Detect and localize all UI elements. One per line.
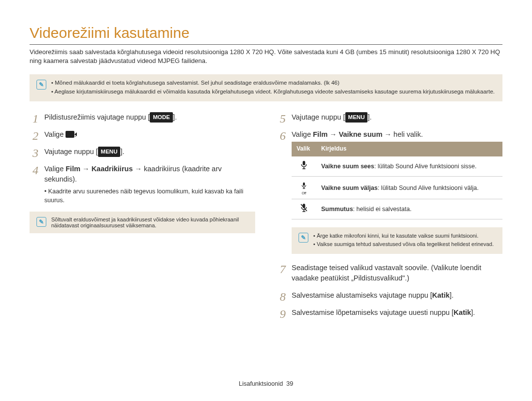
step-text: ]. [120, 148, 124, 155]
arrow: → [328, 130, 339, 138]
step-bold: Film [313, 130, 328, 138]
step-6: Valige Film → Vaikne suum → heli valik. … [277, 129, 502, 254]
step-text: ]. [173, 113, 177, 121]
step-text: Salvestamise alustamiseks vajutage nuppu… [292, 291, 432, 299]
table-header-valik: Valik [292, 142, 316, 156]
mode-button-label: MODE [150, 112, 173, 123]
right-note-content: Ärge katke mikrofoni kinni, kui te kasut… [313, 232, 494, 249]
step-text: Valige [44, 165, 66, 173]
step-text: ]. [471, 308, 475, 316]
svg-rect-3 [303, 183, 305, 186]
footer-label: Lisafunktsioonid [239, 380, 283, 387]
step-3: Vajutage nuppu [MENU]. [30, 147, 255, 157]
table-row: Off Vaikne suum väljas: lülitab Sound Al… [292, 177, 502, 199]
step-text: Vajutage nuppu [ [44, 148, 98, 155]
step-9: Salvestamise lõpetamiseks vajutage uuest… [277, 308, 502, 318]
step-bold: Vaikne suum [339, 130, 383, 138]
step-bold: Kaadrikiirus [92, 165, 133, 173]
step-7: Seadistage teised valikud vastavalt soov… [277, 263, 502, 283]
arrow: → [133, 165, 144, 173]
top-note-content: Mõned mälukaardid ei toeta kõrglahutuseg… [51, 79, 495, 96]
step-text: Valige [44, 130, 66, 138]
intro-text: Videorežiimis saab salvestada kõrglahutu… [30, 48, 502, 65]
options-table: Valik Kirjeldus Vaikne suum sees: lülita… [292, 142, 502, 219]
table-header-kirjeldus: Kirjeldus [316, 142, 502, 156]
left-note-content: Sõltuvalt eraldusvõimest ja kaadrikiirus… [51, 216, 248, 228]
step-text: ]. [450, 291, 454, 299]
left-column: Pildistusrežiimis vajutage nuppu [MODE].… [30, 112, 255, 325]
title-rule [30, 44, 502, 45]
step-text: Valige [292, 130, 313, 138]
step-8: Salvestamise alustamiseks vajutage nuppu… [277, 290, 502, 301]
cell-bold: Vaikne suum väljas [321, 185, 378, 191]
svg-rect-0 [303, 161, 305, 165]
left-note-box: ✎ Sõltuvalt eraldusvõimest ja kaadrikiir… [30, 212, 255, 233]
note-icon: ✎ [299, 233, 308, 243]
top-note-box: ✎ Mõned mälukaardid ei toeta kõrglahutus… [30, 74, 502, 101]
step-4-bullet: Kaadrite arvu suurenedes näib tegevus lo… [44, 187, 255, 205]
right-note-item: Ärge katke mikrofoni kinni, kui te kasut… [313, 232, 494, 240]
footer-page: 39 [286, 380, 293, 387]
cell-text: : lülitab Sound Alive funktsiooni välja. [378, 185, 479, 191]
step-text: Pildistusrežiimis vajutage nuppu [ [44, 113, 150, 121]
top-note-item: Mõned mälukaardid ei toeta kõrglahutuseg… [51, 79, 495, 87]
step-bold: Katik [432, 291, 449, 299]
mic-mute-icon [292, 199, 316, 219]
step-bold: Katik [454, 308, 471, 316]
table-row: Vaikne suum sees: lülitab Sound Alive fu… [292, 156, 502, 177]
step-5: Vajutage nuppu [MENU]. [277, 112, 502, 123]
right-note-item: Vaikse suumiga tehtud salvestused võiva … [313, 241, 494, 248]
step-2: Valige . [30, 129, 255, 140]
step-text: heli valik. [394, 130, 423, 138]
arrow: → [382, 130, 394, 138]
video-mode-icon [66, 131, 74, 138]
footer: Lisafunktsioonid 39 [0, 380, 532, 387]
cell-text: : lülitab Sound Alive funktsiooni sisse. [374, 163, 477, 170]
step-1: Pildistusrežiimis vajutage nuppu [MODE]. [30, 112, 255, 123]
cell-bold: Vaikne suum sees [321, 163, 374, 170]
note-icon: ✎ [36, 80, 46, 90]
note-icon: ✎ [36, 217, 46, 227]
arrow: → [80, 165, 92, 173]
page-title: Videorežiimi kasutamine [30, 25, 502, 41]
left-note-text: Sõltuvalt eraldusvõimest ja kaadrikiirus… [51, 216, 239, 228]
menu-button-label: MENU [345, 112, 368, 123]
step-4: Valige Film → Kaadrikiirus → kaadrikiiru… [30, 164, 255, 205]
mic-off-icon: Off [292, 177, 316, 199]
step-text: Vajutage nuppu [ [292, 113, 345, 121]
step-text: Salvestamise lõpetamiseks vajutage uuest… [292, 308, 454, 316]
menu-button-label: MENU [98, 147, 121, 157]
step-text: ]. [367, 113, 371, 121]
step-bold: Film [66, 165, 80, 173]
cell-text: : helisid ei salvestata. [353, 206, 412, 213]
right-note-box: ✎ Ärge katke mikrofoni kinni, kui te kas… [292, 227, 502, 254]
table-row: Summutus: helisid ei salvestata. [292, 199, 502, 219]
mic-on-icon [292, 156, 316, 177]
right-column: Vajutage nuppu [MENU]. Valige Film → Vai… [277, 112, 502, 325]
top-note-item: Aeglase kirjutamiskiirusega mälukaardid … [51, 88, 495, 96]
cell-bold: Summutus [321, 206, 353, 213]
